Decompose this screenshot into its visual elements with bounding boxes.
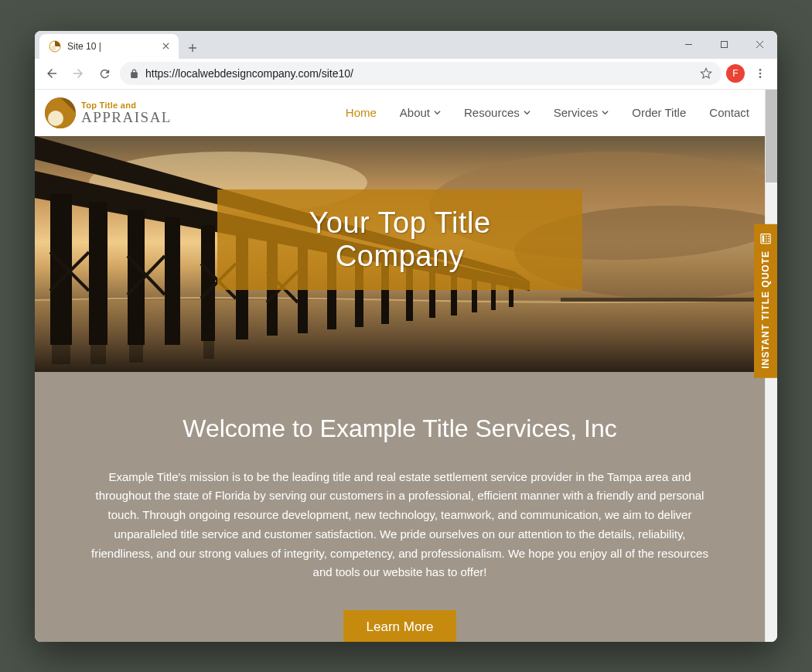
svg-rect-19 xyxy=(201,225,215,341)
chevron-down-icon xyxy=(602,109,609,116)
svg-point-7 xyxy=(48,111,63,126)
svg-point-4 xyxy=(759,73,762,75)
svg-rect-2 xyxy=(721,42,727,48)
svg-rect-36 xyxy=(561,298,765,302)
lock-icon xyxy=(129,69,139,79)
calculator-icon xyxy=(760,234,771,244)
svg-point-43 xyxy=(768,238,769,240)
svg-rect-17 xyxy=(128,210,145,345)
svg-rect-18 xyxy=(165,217,180,345)
nav-services[interactable]: Services xyxy=(554,106,609,119)
main-nav: Home About Resources Services Order Titl… xyxy=(346,106,749,119)
svg-rect-35 xyxy=(203,339,214,359)
instant-quote-tab[interactable]: INSTANT TITLE QUOTE xyxy=(754,224,777,378)
tab-favicon-icon xyxy=(49,40,61,53)
new-tab-button[interactable] xyxy=(182,37,203,59)
minimize-button[interactable] xyxy=(670,31,706,59)
scrollbar-thumb[interactable] xyxy=(766,90,777,182)
profile-avatar[interactable]: F xyxy=(726,64,745,83)
nav-about[interactable]: About xyxy=(400,106,441,119)
svg-rect-38 xyxy=(763,235,765,242)
svg-point-5 xyxy=(759,76,762,78)
welcome-body: Example Title's mission is to be the lea… xyxy=(89,468,711,583)
maximize-button[interactable] xyxy=(706,31,742,59)
hero-overlay: Your Top Title Company xyxy=(217,189,582,290)
nav-about-label: About xyxy=(400,106,430,119)
page-content: Top Title and APPRAISAL Home About Resou… xyxy=(35,90,765,642)
svg-point-44 xyxy=(768,236,769,237)
site-logo[interactable]: Top Title and APPRAISAL xyxy=(44,97,172,129)
nav-contact[interactable]: Contact xyxy=(709,106,749,119)
tab-close-icon[interactable] xyxy=(161,41,171,51)
svg-point-1 xyxy=(51,45,56,50)
chevron-down-icon xyxy=(434,109,441,116)
tab-title: Site 10 | xyxy=(67,41,155,52)
welcome-heading: Welcome to Example Title Services, Inc xyxy=(89,414,711,443)
svg-point-42 xyxy=(768,240,769,242)
svg-point-39 xyxy=(766,240,767,242)
nav-resources[interactable]: Resources xyxy=(464,106,531,119)
browser-window: Site 10 | htt xyxy=(35,31,777,642)
logo-line1: Top Title and xyxy=(81,101,172,110)
window-controls xyxy=(670,31,777,59)
svg-point-40 xyxy=(766,238,767,240)
logo-mark-icon xyxy=(44,97,77,129)
hero-section: Your Top Title Company xyxy=(35,136,765,372)
bookmark-star-icon[interactable] xyxy=(700,67,712,80)
svg-rect-34 xyxy=(129,343,143,363)
svg-rect-32 xyxy=(52,345,70,364)
nav-resources-label: Resources xyxy=(464,106,520,119)
site-header: Top Title and APPRAISAL Home About Resou… xyxy=(35,90,765,136)
logo-line2: APPRAISAL xyxy=(81,110,172,125)
chevron-down-icon xyxy=(524,109,531,116)
nav-home[interactable]: Home xyxy=(346,106,377,119)
svg-rect-16 xyxy=(89,202,107,345)
nav-services-label: Services xyxy=(554,106,599,119)
address-bar[interactable]: https://localwebdesigncompany.com/site10… xyxy=(120,62,722,85)
nav-order-title[interactable]: Order Title xyxy=(632,106,686,119)
browser-tab[interactable]: Site 10 | xyxy=(39,34,179,59)
browser-toolbar: https://localwebdesigncompany.com/site10… xyxy=(35,59,777,90)
welcome-section: Welcome to Example Title Services, Inc E… xyxy=(35,372,765,642)
svg-point-41 xyxy=(766,236,767,237)
hero-headline: Your Top Title Company xyxy=(262,206,537,273)
reload-button[interactable] xyxy=(94,63,115,84)
page-viewport: Top Title and APPRAISAL Home About Resou… xyxy=(35,90,777,642)
url-text: https://localwebdesigncompany.com/site10… xyxy=(145,67,694,80)
close-button[interactable] xyxy=(742,31,777,59)
back-button[interactable] xyxy=(41,63,63,84)
svg-point-3 xyxy=(759,69,762,71)
instant-quote-label: INSTANT TITLE QUOTE xyxy=(760,251,771,369)
browser-titlebar: Site 10 | xyxy=(35,31,777,59)
forward-button[interactable] xyxy=(67,63,89,84)
browser-tabs: Site 10 | xyxy=(39,34,203,59)
svg-rect-33 xyxy=(90,345,106,364)
browser-menu-button[interactable] xyxy=(749,63,771,84)
logo-text: Top Title and APPRAISAL xyxy=(81,101,172,125)
learn-more-button[interactable]: Learn More xyxy=(343,610,457,642)
